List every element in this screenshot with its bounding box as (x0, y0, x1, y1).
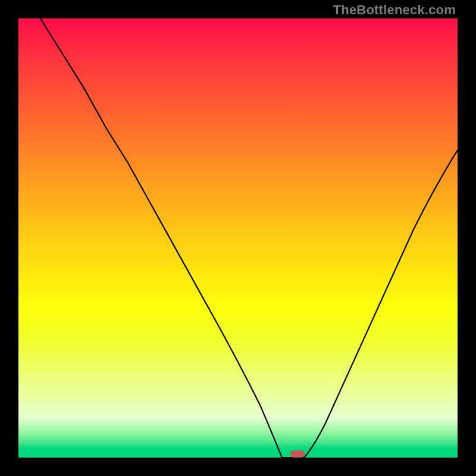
watermark-text: TheBottleneck.com (333, 2, 456, 18)
curve-path (40, 18, 458, 458)
bottleneck-curve (18, 18, 458, 458)
chart-frame: TheBottleneck.com (0, 0, 476, 476)
optimal-marker (290, 450, 305, 458)
